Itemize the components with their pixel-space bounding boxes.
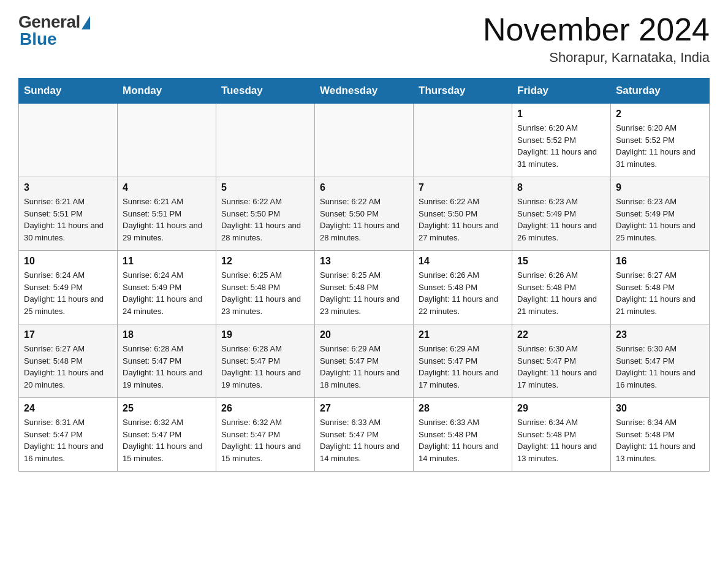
day-number: 11 — [123, 256, 211, 267]
day-number: 13 — [320, 256, 408, 267]
day-cell: 20Sunrise: 6:29 AM Sunset: 5:47 PM Dayli… — [315, 324, 414, 398]
day-cell — [216, 104, 315, 177]
day-cell: 13Sunrise: 6:25 AM Sunset: 5:48 PM Dayli… — [315, 251, 414, 324]
day-cell: 4Sunrise: 6:21 AM Sunset: 5:51 PM Daylig… — [118, 177, 216, 251]
day-info: Sunrise: 6:28 AM Sunset: 5:47 PM Dayligh… — [221, 343, 309, 391]
day-cell: 29Sunrise: 6:34 AM Sunset: 5:48 PM Dayli… — [512, 398, 611, 472]
day-info: Sunrise: 6:22 AM Sunset: 5:50 PM Dayligh… — [419, 196, 507, 243]
day-info: Sunrise: 6:30 AM Sunset: 5:47 PM Dayligh… — [517, 343, 605, 391]
calendar-body: 1Sunrise: 6:20 AM Sunset: 5:52 PM Daylig… — [19, 104, 710, 472]
day-cell: 18Sunrise: 6:28 AM Sunset: 5:47 PM Dayli… — [118, 324, 216, 398]
day-number: 20 — [320, 329, 408, 340]
day-cell — [118, 104, 216, 177]
day-cell: 5Sunrise: 6:22 AM Sunset: 5:50 PM Daylig… — [216, 177, 315, 251]
day-cell: 10Sunrise: 6:24 AM Sunset: 5:49 PM Dayli… — [19, 251, 118, 324]
day-cell: 22Sunrise: 6:30 AM Sunset: 5:47 PM Dayli… — [512, 324, 611, 398]
day-cell — [414, 104, 512, 177]
day-number: 30 — [616, 403, 704, 414]
day-info: Sunrise: 6:30 AM Sunset: 5:47 PM Dayligh… — [616, 343, 704, 391]
weekday-header-sunday: Sunday — [19, 79, 118, 104]
day-info: Sunrise: 6:25 AM Sunset: 5:48 PM Dayligh… — [221, 269, 309, 317]
day-cell: 27Sunrise: 6:33 AM Sunset: 5:47 PM Dayli… — [315, 398, 414, 472]
week-row-3: 10Sunrise: 6:24 AM Sunset: 5:49 PM Dayli… — [19, 251, 710, 324]
day-number: 8 — [517, 182, 605, 193]
day-cell: 2Sunrise: 6:20 AM Sunset: 5:52 PM Daylig… — [611, 104, 710, 177]
day-cell: 17Sunrise: 6:27 AM Sunset: 5:48 PM Dayli… — [19, 324, 118, 398]
day-number: 18 — [123, 329, 211, 340]
day-info: Sunrise: 6:25 AM Sunset: 5:48 PM Dayligh… — [320, 269, 408, 317]
day-number: 2 — [616, 109, 704, 120]
week-row-1: 1Sunrise: 6:20 AM Sunset: 5:52 PM Daylig… — [19, 104, 710, 177]
day-cell — [315, 104, 414, 177]
day-cell: 25Sunrise: 6:32 AM Sunset: 5:47 PM Dayli… — [118, 398, 216, 472]
day-cell: 16Sunrise: 6:27 AM Sunset: 5:48 PM Dayli… — [611, 251, 710, 324]
day-number: 7 — [419, 182, 507, 193]
weekday-header-monday: Monday — [118, 79, 216, 104]
day-cell: 26Sunrise: 6:32 AM Sunset: 5:47 PM Dayli… — [216, 398, 315, 472]
day-info: Sunrise: 6:24 AM Sunset: 5:49 PM Dayligh… — [24, 269, 112, 317]
day-cell: 28Sunrise: 6:33 AM Sunset: 5:48 PM Dayli… — [414, 398, 512, 472]
day-cell: 1Sunrise: 6:20 AM Sunset: 5:52 PM Daylig… — [512, 104, 611, 177]
logo: General Blue — [18, 12, 90, 49]
calendar-header: SundayMondayTuesdayWednesdayThursdayFrid… — [19, 79, 710, 104]
day-number: 27 — [320, 403, 408, 414]
day-info: Sunrise: 6:34 AM Sunset: 5:48 PM Dayligh… — [616, 416, 704, 464]
week-row-4: 17Sunrise: 6:27 AM Sunset: 5:48 PM Dayli… — [19, 324, 710, 398]
day-cell: 6Sunrise: 6:22 AM Sunset: 5:50 PM Daylig… — [315, 177, 414, 251]
weekday-header-friday: Friday — [512, 79, 611, 104]
day-cell: 24Sunrise: 6:31 AM Sunset: 5:47 PM Dayli… — [19, 398, 118, 472]
day-cell: 3Sunrise: 6:21 AM Sunset: 5:51 PM Daylig… — [19, 177, 118, 251]
day-info: Sunrise: 6:31 AM Sunset: 5:47 PM Dayligh… — [24, 416, 112, 464]
day-info: Sunrise: 6:29 AM Sunset: 5:47 PM Dayligh… — [419, 343, 507, 391]
day-info: Sunrise: 6:32 AM Sunset: 5:47 PM Dayligh… — [221, 416, 309, 464]
day-cell: 7Sunrise: 6:22 AM Sunset: 5:50 PM Daylig… — [414, 177, 512, 251]
day-number: 10 — [24, 256, 112, 267]
weekday-header-saturday: Saturday — [611, 79, 710, 104]
day-info: Sunrise: 6:27 AM Sunset: 5:48 PM Dayligh… — [24, 343, 112, 391]
day-info: Sunrise: 6:20 AM Sunset: 5:52 PM Dayligh… — [517, 122, 605, 170]
day-cell — [19, 104, 118, 177]
day-cell: 23Sunrise: 6:30 AM Sunset: 5:47 PM Dayli… — [611, 324, 710, 398]
day-info: Sunrise: 6:20 AM Sunset: 5:52 PM Dayligh… — [616, 122, 704, 170]
day-number: 19 — [221, 329, 309, 340]
day-cell: 30Sunrise: 6:34 AM Sunset: 5:48 PM Dayli… — [611, 398, 710, 472]
day-info: Sunrise: 6:23 AM Sunset: 5:49 PM Dayligh… — [517, 196, 605, 243]
day-info: Sunrise: 6:22 AM Sunset: 5:50 PM Dayligh… — [221, 196, 309, 243]
day-cell: 21Sunrise: 6:29 AM Sunset: 5:47 PM Dayli… — [414, 324, 512, 398]
location-text: Shorapur, Karnataka, India — [483, 50, 710, 66]
day-info: Sunrise: 6:23 AM Sunset: 5:49 PM Dayligh… — [616, 196, 704, 243]
day-cell: 14Sunrise: 6:26 AM Sunset: 5:48 PM Dayli… — [414, 251, 512, 324]
day-number: 5 — [221, 182, 309, 193]
day-info: Sunrise: 6:24 AM Sunset: 5:49 PM Dayligh… — [123, 269, 211, 317]
logo-blue-text: Blue — [20, 29, 57, 49]
day-number: 3 — [24, 182, 112, 193]
title-block: November 2024 Shorapur, Karnataka, India — [483, 12, 710, 66]
day-number: 1 — [517, 109, 605, 120]
day-number: 15 — [517, 256, 605, 267]
day-info: Sunrise: 6:26 AM Sunset: 5:48 PM Dayligh… — [517, 269, 605, 317]
day-number: 6 — [320, 182, 408, 193]
day-number: 23 — [616, 329, 704, 340]
day-number: 26 — [221, 403, 309, 414]
day-info: Sunrise: 6:33 AM Sunset: 5:48 PM Dayligh… — [419, 416, 507, 464]
day-info: Sunrise: 6:22 AM Sunset: 5:50 PM Dayligh… — [320, 196, 408, 243]
month-title: November 2024 — [483, 12, 710, 47]
day-number: 29 — [517, 403, 605, 414]
day-info: Sunrise: 6:26 AM Sunset: 5:48 PM Dayligh… — [419, 269, 507, 317]
calendar-table: SundayMondayTuesdayWednesdayThursdayFrid… — [18, 78, 710, 472]
day-number: 9 — [616, 182, 704, 193]
day-cell: 19Sunrise: 6:28 AM Sunset: 5:47 PM Dayli… — [216, 324, 315, 398]
weekday-header-thursday: Thursday — [414, 79, 512, 104]
day-number: 12 — [221, 256, 309, 267]
day-info: Sunrise: 6:27 AM Sunset: 5:48 PM Dayligh… — [616, 269, 704, 317]
weekday-header-row: SundayMondayTuesdayWednesdayThursdayFrid… — [19, 79, 710, 104]
weekday-header-tuesday: Tuesday — [216, 79, 315, 104]
day-info: Sunrise: 6:33 AM Sunset: 5:47 PM Dayligh… — [320, 416, 408, 464]
day-cell: 11Sunrise: 6:24 AM Sunset: 5:49 PM Dayli… — [118, 251, 216, 324]
day-number: 14 — [419, 256, 507, 267]
day-cell: 8Sunrise: 6:23 AM Sunset: 5:49 PM Daylig… — [512, 177, 611, 251]
day-number: 25 — [123, 403, 211, 414]
day-info: Sunrise: 6:34 AM Sunset: 5:48 PM Dayligh… — [517, 416, 605, 464]
day-cell: 15Sunrise: 6:26 AM Sunset: 5:48 PM Dayli… — [512, 251, 611, 324]
day-number: 17 — [24, 329, 112, 340]
